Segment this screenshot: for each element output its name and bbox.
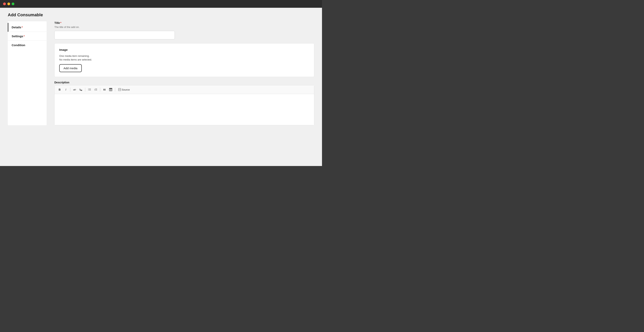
traffic-lights	[3, 2, 14, 5]
media-empty: No media items are selected.	[59, 58, 310, 61]
editor-body[interactable]	[54, 94, 314, 125]
sidebar-item-settings[interactable]: Settings*	[8, 32, 46, 41]
sidebar-item-details[interactable]: Details*	[8, 23, 46, 32]
italic-button[interactable]: I	[63, 87, 68, 92]
source-button[interactable]: Source	[117, 87, 131, 92]
link-button[interactable]	[72, 87, 77, 92]
unordered-list-button[interactable]	[87, 87, 92, 92]
source-icon	[118, 88, 121, 91]
titlebar	[0, 0, 322, 8]
app-window: Add Consumable Details* Settings* Condit…	[0, 0, 322, 166]
title-label: Title*	[54, 21, 314, 24]
description-section: Description B I	[54, 81, 314, 125]
main-layout: Details* Settings* Condition Title* The …	[0, 21, 322, 125]
title-required-marker: *	[60, 21, 61, 24]
table-icon	[109, 88, 112, 91]
blockquote-icon	[103, 88, 106, 91]
content-area: Title* The title of the add on. Image On…	[54, 21, 314, 125]
media-hint: One media item remaining.	[59, 54, 310, 57]
toolbar-separator-3	[100, 88, 100, 92]
page-title: Add Consumable	[0, 8, 322, 21]
close-button[interactable]	[3, 2, 6, 5]
toolbar-separator-4	[115, 88, 115, 92]
title-section: Title* The title of the add on.	[54, 21, 314, 39]
maximize-button[interactable]	[12, 2, 14, 5]
unordered-list-icon	[88, 88, 91, 91]
details-required-marker: *	[22, 26, 23, 29]
link-icon	[73, 88, 76, 91]
toolbar-separator-2	[85, 88, 85, 92]
title-input[interactable]	[54, 31, 175, 39]
title-hint: The title of the add on.	[54, 26, 314, 28]
sidebar-item-condition-label: Condition	[12, 43, 25, 47]
table-button[interactable]	[108, 87, 114, 92]
minimize-button[interactable]	[8, 2, 10, 5]
app-content: Add Consumable Details* Settings* Condit…	[0, 8, 322, 166]
unlink-icon	[79, 88, 82, 91]
description-label: Description	[54, 81, 314, 84]
sidebar-item-details-label: Details	[12, 26, 21, 29]
sidebar-item-settings-label: Settings	[12, 34, 23, 38]
sidebar: Details* Settings* Condition	[8, 21, 46, 125]
sidebar-item-condition[interactable]: Condition	[8, 41, 46, 49]
editor-toolbar: B I	[54, 85, 314, 94]
source-label: Source	[122, 88, 130, 91]
add-media-button[interactable]: Add media	[59, 64, 82, 72]
bold-button[interactable]: B	[57, 87, 62, 92]
ordered-list-button[interactable]	[93, 87, 98, 92]
settings-required-marker: *	[24, 34, 25, 38]
image-section: Image One media item remaining. No media…	[54, 43, 314, 77]
image-label: Image	[59, 48, 310, 51]
toolbar-separator-1	[70, 88, 70, 92]
ordered-list-icon	[94, 88, 97, 91]
description-editor: B I	[54, 85, 314, 125]
blockquote-button[interactable]	[102, 87, 107, 92]
unlink-button[interactable]	[78, 87, 84, 92]
